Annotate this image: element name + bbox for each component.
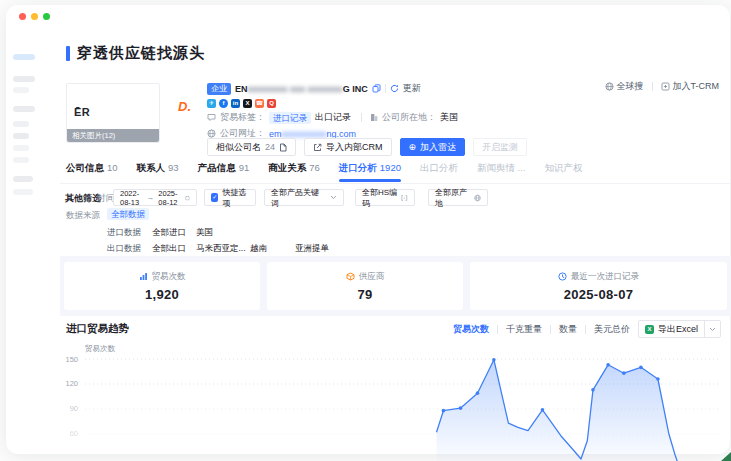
- export-item[interactable]: 马来西亚定...: [196, 243, 246, 255]
- add-tcrm-action[interactable]: 加入T-CRM: [661, 80, 720, 93]
- q-social-icon[interactable]: Q: [267, 99, 276, 108]
- svg-text:150: 150: [65, 355, 78, 364]
- app-window: 穿透供应链找源头 全球搜 加入T-CRM ĒR 相关图片(12) D. 企业 E…: [0, 0, 731, 461]
- hs-code-input[interactable]: 全部HS编码: [355, 189, 415, 206]
- sidebar-item: [13, 121, 29, 127]
- zoom-window-button[interactable]: [43, 13, 50, 20]
- location-value: 美国: [440, 111, 458, 124]
- chevron-down-icon: [330, 195, 337, 200]
- stat-value: 2025-08-07: [564, 287, 634, 302]
- export-item[interactable]: 亚洲提单: [295, 243, 329, 255]
- date-range-input[interactable]: 2022-08-13 → 2025-08-12: [113, 189, 197, 206]
- sidebar-item: [13, 133, 29, 139]
- title-accent-bar: [66, 46, 70, 61]
- minimize-window-button[interactable]: [31, 13, 38, 20]
- divider: [497, 325, 498, 334]
- trend-chart-svg: 1501209060贸易次数: [60, 343, 731, 461]
- divider: [585, 325, 586, 334]
- svg-text:120: 120: [65, 379, 78, 388]
- phone-icon[interactable]: ☎: [255, 99, 264, 108]
- export-item[interactable]: 越南: [250, 243, 267, 255]
- svg-text:90: 90: [70, 404, 78, 413]
- copy-icon[interactable]: [372, 84, 381, 93]
- traffic-lights: [19, 13, 50, 20]
- origin-input[interactable]: 全部原产地: [428, 189, 488, 206]
- export-records-tag[interactable]: 出口记录: [315, 111, 351, 124]
- sidebar-item: [13, 157, 29, 163]
- linkedin-icon[interactable]: in: [231, 99, 240, 108]
- redacted-url: xxxxxxxxxx: [282, 129, 327, 139]
- facebook-icon[interactable]: f: [219, 99, 228, 108]
- redacted-name: xxxxxxxx xxx xxxxxxx: [248, 84, 343, 94]
- metric-trade-count[interactable]: 贸易次数: [453, 323, 489, 336]
- quick-select-button[interactable]: ✓ 快捷选项: [204, 189, 256, 206]
- building-icon: [370, 113, 378, 122]
- sidebar-item-active: [13, 54, 35, 60]
- sidebar-item: [13, 176, 33, 182]
- data-source-label: 数据来源: [66, 210, 100, 222]
- export-excel-button[interactable]: X 导出Excel: [638, 320, 721, 338]
- tab-business-relations[interactable]: 商业关系76: [268, 162, 320, 182]
- sidebar-item: [13, 189, 33, 195]
- telegram-icon[interactable]: ✈: [207, 99, 216, 108]
- date-arrow: →: [147, 193, 155, 202]
- import-data-label: 进口数据: [107, 227, 141, 239]
- metric-usd-total[interactable]: 美元总价: [594, 323, 630, 336]
- import-records-tag[interactable]: 进口记录: [269, 112, 311, 124]
- svg-text:60: 60: [70, 429, 78, 438]
- page-title: 穿透供应链找源头: [77, 44, 205, 63]
- start-monitor-button[interactable]: 开启监测: [473, 138, 527, 156]
- svg-text:贸易次数: 贸易次数: [85, 344, 116, 353]
- divider: [652, 82, 653, 91]
- similar-company-count: 24: [265, 142, 275, 152]
- origin-globe-icon: [474, 194, 481, 202]
- tab-ip[interactable]: 知识产权: [545, 162, 583, 182]
- company-logo-mark: D.: [178, 99, 191, 114]
- x-twitter-icon[interactable]: X: [243, 99, 252, 108]
- import-icon: [313, 143, 322, 152]
- calendar-icon: [185, 194, 190, 202]
- tab-products[interactable]: 产品信息91: [198, 162, 250, 182]
- related-images-label[interactable]: 相关图片(12): [67, 129, 159, 142]
- metric-kg-weight[interactable]: 千克重量: [506, 323, 542, 336]
- tab-export-analysis[interactable]: 出口分析: [420, 162, 458, 182]
- analysis-tabs: 公司信息10 联系人93 产品信息91 商业关系76 进口分析1920 出口分析…: [66, 162, 583, 183]
- divider: [550, 325, 551, 334]
- chevron-down-icon: [709, 327, 716, 332]
- company-name: ENxxxxxxxx xxx xxxxxxxG INC: [235, 84, 368, 94]
- import-crm-button[interactable]: 导入内部CRM: [304, 138, 392, 156]
- all-data-chip[interactable]: 全部数据: [107, 208, 149, 220]
- website-link[interactable]: emxxxxxxxxxxng.com: [269, 129, 356, 139]
- tab-contacts[interactable]: 联系人93: [137, 162, 179, 182]
- export-scope[interactable]: 全部出口: [152, 243, 186, 255]
- company-logo-text: ĒR: [74, 106, 90, 118]
- import-region[interactable]: 美国: [196, 227, 213, 239]
- tab-company-info[interactable]: 公司信息10: [66, 162, 118, 182]
- tab-import-analysis[interactable]: 进口分析1920: [339, 162, 401, 182]
- trend-section-title: 进口贸易趋势: [66, 322, 129, 336]
- close-window-button[interactable]: [19, 13, 26, 20]
- metric-quantity[interactable]: 数量: [559, 323, 577, 336]
- location-label: 公司所在地：: [382, 111, 436, 124]
- add-crm-icon: [661, 82, 670, 91]
- update-action[interactable]: 更新: [403, 82, 421, 95]
- chat-bubble-icon: [207, 113, 216, 122]
- document-icon: [279, 143, 287, 152]
- divider: [361, 113, 362, 122]
- excel-icon: X: [645, 325, 654, 334]
- stat-value: 79: [357, 287, 372, 302]
- add-radar-button[interactable]: ⊕ 加入雷达: [400, 138, 466, 156]
- tab-news[interactable]: 新闻舆情 ...: [477, 162, 526, 182]
- stat-value: 1,920: [145, 287, 179, 302]
- refresh-icon[interactable]: [390, 84, 399, 93]
- hs-code-lookup-icon: [401, 194, 408, 202]
- other-filters-label[interactable]: 其他筛选: [65, 192, 101, 205]
- keyword-select[interactable]: 全部产品关键词: [264, 189, 344, 206]
- sidebar-item: [13, 87, 29, 93]
- trade-tags-label: 贸易标签：: [220, 111, 265, 124]
- import-scope[interactable]: 全部进口: [152, 227, 186, 239]
- export-options-toggle[interactable]: [704, 321, 720, 337]
- similar-company-button[interactable]: 相似公司名 24: [207, 138, 296, 156]
- sidebar-item: [13, 145, 29, 151]
- background-corner-artifact: [721, 452, 731, 461]
